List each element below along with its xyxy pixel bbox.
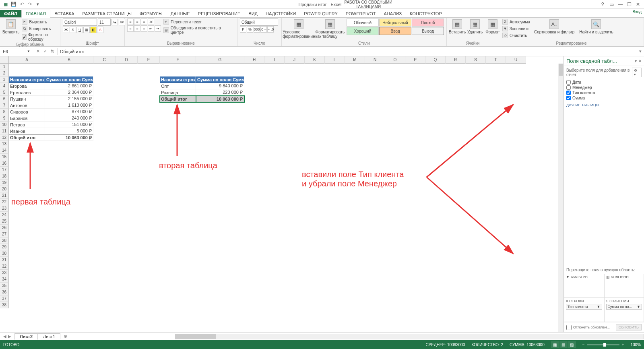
border-icon[interactable]: ▦ — [83, 27, 90, 33]
font-color-icon[interactable]: A — [97, 27, 103, 33]
cell[interactable]: Егорова — [9, 83, 45, 89]
cell[interactable]: Антонов — [9, 102, 45, 109]
pivot-field[interactable]: Сумма — [566, 95, 642, 101]
fill-color-icon[interactable]: ◧ — [90, 27, 97, 33]
tab-home[interactable]: ГЛАВНАЯ — [21, 10, 50, 18]
view-normal-icon[interactable]: ▦ — [551, 341, 559, 348]
tab-analyze[interactable]: АНАЛИЗ — [380, 10, 406, 17]
row-header[interactable]: 17 — [0, 167, 9, 173]
row-header[interactable]: 31 — [0, 257, 9, 263]
find-select-button[interactable]: 🔍Найти и выделить — [578, 19, 615, 35]
fx-icon[interactable]: fx — [49, 49, 56, 54]
cell[interactable]: 10 063 000 ₽ — [45, 134, 93, 141]
comma-icon[interactable]: 000 — [254, 26, 260, 33]
zoom-slider[interactable]: −+ — [582, 343, 624, 347]
cell[interactable]: Сидоров — [9, 109, 45, 115]
row-header[interactable]: 22 — [0, 199, 9, 205]
row-header[interactable]: 24 — [0, 212, 9, 218]
align-left-icon[interactable]: ≡ — [127, 25, 134, 32]
tab-design[interactable]: КОНСТРУКТОР — [406, 10, 446, 17]
tab-powerpivot[interactable]: POWERPIVOT — [342, 10, 380, 17]
cell-styles-gallery[interactable]: Обычный Нейтральный Плохой Хороший Ввод … — [347, 19, 444, 35]
align-top-icon[interactable]: ≡ — [127, 19, 134, 25]
sheet-nav-next-icon[interactable]: ▶ — [8, 334, 11, 339]
orientation-icon[interactable]: ⇲ — [148, 19, 154, 25]
sort-filter-button[interactable]: А↓Сортировка и фильтр — [533, 19, 576, 35]
cell[interactable]: Опт — [160, 83, 196, 89]
cell[interactable]: 223 000 ₽ — [196, 89, 244, 96]
font-size-combo[interactable]: 11 — [98, 19, 111, 26]
column-header[interactable]: F — [160, 56, 196, 64]
cell[interactable]: Сумма по полю Сумма — [45, 76, 93, 83]
row-header[interactable]: 9 — [0, 115, 9, 122]
column-header[interactable]: G — [196, 56, 244, 64]
minimize-icon[interactable]: — — [617, 2, 623, 7]
zoom-label[interactable]: 100% — [630, 343, 641, 347]
ribbon-opts-icon[interactable]: ▭ — [609, 2, 614, 7]
cut-button[interactable]: ✂Вырезать — [21, 19, 58, 25]
fx-cancel-icon[interactable]: ✕ — [35, 49, 41, 54]
pane-close-icon[interactable]: ✕ — [638, 59, 642, 63]
tab-layout[interactable]: РАЗМЕТКА СТРАНИЦЫ — [78, 10, 135, 17]
indent-dec-icon[interactable]: ⇤ — [148, 25, 154, 32]
row-header[interactable]: 18 — [0, 173, 9, 180]
cell[interactable]: 5 000 ₽ — [45, 128, 93, 134]
help-icon[interactable]: ? — [600, 2, 605, 7]
column-header[interactable]: M — [345, 56, 365, 64]
pane-dropdown-icon[interactable]: ▾ — [635, 59, 637, 63]
column-header[interactable]: L — [325, 56, 345, 64]
spreadsheet-grid[interactable]: ABCDEFGHIJKLMNOPQRSTU 123456789101112131… — [0, 56, 564, 332]
row-header[interactable]: 14 — [0, 147, 9, 154]
align-bot-icon[interactable]: ≡ — [141, 19, 147, 25]
column-header[interactable]: E — [138, 56, 160, 64]
cell[interactable]: 240 000 ₽ — [45, 115, 93, 122]
row-header[interactable]: 21 — [0, 192, 9, 199]
cell[interactable]: Петров — [9, 122, 45, 128]
merge-center-button[interactable]: ⊞Объединить и поместить в центре — [163, 25, 235, 35]
align-mid-icon[interactable]: ≡ — [134, 19, 140, 25]
pane-gear-icon[interactable]: ⚙ ▾ — [632, 68, 642, 77]
dropzone-columns[interactable]: ▥ КОЛОННЫ — [604, 274, 644, 298]
view-break-icon[interactable]: ▧ — [568, 341, 576, 348]
cell[interactable]: Общий итог — [9, 134, 45, 141]
fill-button[interactable]: ▼Заполнить — [502, 25, 531, 32]
row-header[interactable]: 13 — [0, 141, 9, 147]
column-header[interactable]: H — [244, 56, 264, 64]
copy-button[interactable]: ⧉Копировать — [21, 25, 58, 32]
clear-button[interactable]: ◇Очистить — [502, 32, 531, 39]
row-header[interactable]: 19 — [0, 180, 9, 186]
dropzone-filters[interactable]: ▼ ФИЛЬТРЫ — [564, 274, 604, 298]
qat-more-icon[interactable]: ▾ — [35, 1, 41, 8]
pivot-field[interactable]: Тип клиента — [566, 90, 642, 95]
tab-formulas[interactable]: ФОРМУЛЫ — [136, 10, 167, 17]
paste-button[interactable]: 📋Вставить — [2, 19, 19, 35]
row-header[interactable]: 23 — [0, 205, 9, 212]
tab-review[interactable]: РЕЦЕНЗИРОВАНИЕ — [194, 10, 245, 17]
column-header[interactable]: S — [466, 56, 486, 64]
inc-decimal-icon[interactable]: .0→ — [260, 26, 267, 33]
save-icon[interactable]: 💾 — [10, 1, 17, 8]
row-header[interactable]: 10 — [0, 122, 9, 128]
dropzone-rows[interactable]: ≡ СТРОКИ Тип клиента▼ — [564, 298, 604, 322]
column-header[interactable]: O — [385, 56, 405, 64]
row-header[interactable]: 32 — [0, 263, 9, 270]
cell[interactable]: Сумма по полю Сумма — [196, 76, 244, 83]
row-header[interactable]: 8 — [0, 109, 9, 115]
shrink-font-icon[interactable]: A▾ — [119, 19, 125, 25]
row-header[interactable]: 12 — [0, 134, 9, 141]
row-header[interactable]: 27 — [0, 231, 9, 237]
cell[interactable]: Розница — [160, 89, 196, 96]
sheet-tab-other[interactable]: Лист1 — [38, 333, 60, 339]
cell[interactable]: 9 840 000 ₽ — [196, 83, 244, 89]
column-header[interactable]: B — [45, 56, 93, 64]
tab-insert[interactable]: ВСТАВКА — [50, 10, 78, 17]
row-header[interactable]: 20 — [0, 186, 9, 192]
column-header[interactable]: D — [116, 56, 138, 64]
delete-cells-button[interactable]: ▦Удалить — [467, 19, 483, 35]
fx-confirm-icon[interactable]: ✓ — [42, 49, 48, 54]
cell[interactable]: Названия строк↓ — [9, 76, 45, 83]
column-header[interactable]: N — [365, 56, 385, 64]
wrap-text-button[interactable]: ↵Перенести текст — [163, 19, 235, 25]
row-header[interactable]: 2 — [0, 70, 9, 76]
row-field-item[interactable]: Тип клиента▼ — [566, 304, 602, 310]
